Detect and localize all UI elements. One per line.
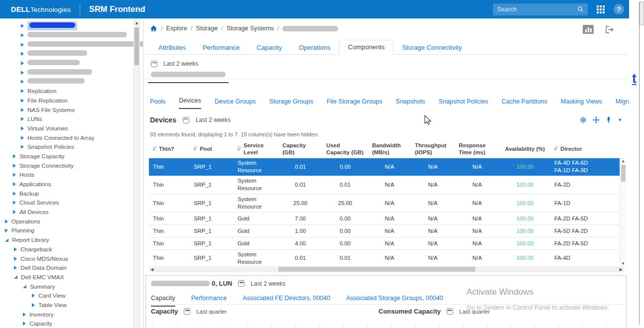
expand-arrow-icon[interactable] (21, 43, 24, 47)
scroll-up-icon[interactable]: ▲ (134, 20, 139, 25)
expand-arrow-icon[interactable] (32, 303, 35, 307)
sidebar-item-all-devices[interactable]: All Devices (0, 208, 131, 217)
sidebar-item-report-library[interactable]: Report Library (0, 235, 131, 245)
component-tab-pools[interactable]: Pools (150, 96, 165, 109)
breadcrumb-redacted-system[interactable] (282, 26, 338, 31)
tab-capacity[interactable]: Capacity (248, 41, 290, 55)
tab-components[interactable]: Components (339, 40, 394, 55)
scroll-right-icon[interactable]: ▶ (620, 266, 623, 272)
settings-gear-icon[interactable] (580, 116, 587, 123)
more-options-caret-icon[interactable]: ▼ (618, 117, 622, 122)
pin-icon[interactable] (606, 116, 612, 123)
move-icon[interactable] (593, 116, 600, 123)
expand-arrow-icon[interactable] (21, 33, 24, 37)
component-tab-storage-groups[interactable]: Storage Groups (269, 96, 313, 109)
collapse-arrow-icon[interactable] (14, 275, 17, 279)
column-header-used-capacity-gb[interactable]: Used Capacity (GB) (322, 140, 368, 157)
expand-arrow-icon[interactable] (21, 52, 24, 56)
report-chart-icon[interactable] (583, 25, 594, 34)
home-icon[interactable] (150, 25, 157, 32)
sidebar-item-backup[interactable]: Backup (0, 189, 131, 198)
filter-icon[interactable] (554, 147, 558, 151)
expand-arrow-icon[interactable] (21, 89, 24, 93)
expand-arrow-icon[interactable] (13, 173, 16, 177)
column-header-capacity-gb[interactable]: Capacity (GB) (278, 140, 322, 157)
component-tab-snapshot-policies[interactable]: Snapshot Policies (439, 96, 488, 109)
sidebar-item-table-view[interactable]: Table View (0, 301, 131, 310)
search-icon[interactable] (577, 5, 584, 13)
table-horizontal-scrollbar[interactable]: ◀ ▶ (149, 266, 624, 272)
sidebar-item-snapshot-policies[interactable]: Snapshot Policies (0, 142, 131, 152)
sidebar-item-capacity[interactable]: Capacity (0, 319, 131, 328)
expand-arrow-icon[interactable] (21, 99, 24, 103)
column-header-throughput-iops[interactable]: Throughput (IOPS) (411, 140, 455, 157)
sidebar-scroll-thumb[interactable] (134, 27, 139, 65)
sidebar-item-dell-data-domain[interactable]: Dell Data Domain (0, 263, 131, 273)
sidebar-item-redacted-6[interactable] (0, 77, 131, 87)
sidebar-item-dell-emc-vmax[interactable]: Dell EMC VMAX (0, 273, 131, 282)
scroll-up-icon[interactable]: ▲ (620, 159, 626, 163)
expand-arrow-icon[interactable] (21, 145, 24, 149)
sidebar-item-redacted-0[interactable] (0, 21, 131, 31)
table-row[interactable]: ThinSRP_1Gold1.000.00N/AN/AN/A100.00FA-5… (149, 225, 624, 237)
column-header-pool[interactable]: Pool (190, 144, 234, 154)
table-vertical-scrollbar[interactable]: ▲ ▼ (620, 158, 626, 266)
component-tab-masking-views[interactable]: Masking Views (561, 96, 602, 109)
sidebar-item-chargeback[interactable]: Chargeback (0, 245, 131, 254)
expand-arrow-icon[interactable] (21, 80, 24, 84)
expand-arrow-icon[interactable] (21, 108, 24, 112)
sidebar-item-cloud-services[interactable]: Cloud Services (0, 198, 131, 208)
component-tab-file-storage-groups[interactable]: File Storage Groups (327, 96, 383, 109)
expand-arrow-icon[interactable] (13, 164, 16, 168)
calendar-icon[interactable] (151, 61, 157, 67)
sidebar-item-summary[interactable]: Summary (0, 282, 131, 291)
sidebar-item-redacted-5[interactable] (0, 68, 131, 77)
expand-arrow-icon[interactable] (13, 154, 16, 158)
sidebar-item-redacted-4[interactable] (0, 59, 131, 68)
exit-fullscreen-icon[interactable] (605, 25, 615, 34)
expand-arrow-icon[interactable] (21, 136, 24, 140)
scroll-left-icon[interactable]: ◀ (150, 266, 153, 272)
filter-icon[interactable] (153, 147, 157, 151)
column-header-thin[interactable]: Thin? (149, 144, 190, 154)
component-tab-snapshots[interactable]: Snapshots (396, 96, 425, 109)
column-header-service-level[interactable]: Service Level (234, 140, 278, 157)
expand-arrow-icon[interactable] (23, 313, 26, 317)
sidebar-item-planning[interactable]: Planning (0, 226, 131, 235)
global-period-filter[interactable]: Last 2 weeks (151, 60, 198, 67)
sidebar-item-redacted-2[interactable] (0, 40, 131, 49)
calendar-icon[interactable] (184, 308, 190, 315)
column-header-availability[interactable]: Availability (%) (500, 144, 550, 154)
expand-arrow-icon[interactable] (21, 61, 24, 65)
expand-arrow-icon[interactable] (21, 71, 24, 75)
expand-arrow-icon[interactable] (13, 182, 16, 186)
expand-arrow-icon[interactable] (23, 322, 26, 326)
search-box[interactable] (493, 3, 588, 15)
sidebar-item-storage-connectivity[interactable]: Storage Connectivity (0, 161, 131, 170)
help-icon[interactable]: ? (614, 4, 624, 14)
table-vscroll-thumb[interactable] (621, 165, 626, 182)
expand-arrow-icon[interactable] (13, 201, 16, 205)
breadcrumb-storage-systems[interactable]: Storage Systems (227, 25, 274, 32)
expand-arrow-icon[interactable] (21, 117, 24, 121)
collapse-arrow-icon[interactable] (5, 238, 8, 242)
sidebar-item-redacted-3[interactable] (0, 49, 131, 59)
expand-arrow-icon[interactable] (14, 257, 17, 261)
table-row[interactable]: ThinSRP_1System Resource0.010.01N/AN/AN/… (149, 176, 624, 194)
expand-arrow-icon[interactable] (14, 247, 17, 251)
sidebar-item-card-view[interactable]: Card View (0, 291, 131, 301)
sidebar-item-applications[interactable]: Applications (0, 180, 131, 189)
sidebar-scrollbar[interactable]: ▲ (133, 19, 140, 328)
system-identifier-tab[interactable] (148, 70, 229, 83)
tab-performance[interactable]: Performance (194, 41, 248, 55)
breadcrumb-explore[interactable]: Explore (166, 25, 187, 32)
sidebar-item-storage-capacity[interactable]: Storage Capacity (0, 152, 131, 161)
table-row[interactable]: ThinSRP_1System Resource25.0025.00N/AN/A… (149, 194, 624, 213)
collapse-arrow-icon[interactable] (23, 285, 26, 288)
expand-arrow-icon[interactable] (21, 24, 24, 28)
sidebar-item-redacted-1[interactable] (0, 31, 131, 40)
table-row[interactable]: ThinSRP_1Gold7.000.00N/AN/AN/A100.00FA-2… (149, 213, 624, 225)
table-row[interactable]: ThinSRP_1System Resource0.010.00N/AN/AN/… (149, 158, 624, 176)
sidebar-item-inventory[interactable]: Inventory (0, 310, 131, 319)
expand-arrow-icon[interactable] (14, 266, 17, 270)
